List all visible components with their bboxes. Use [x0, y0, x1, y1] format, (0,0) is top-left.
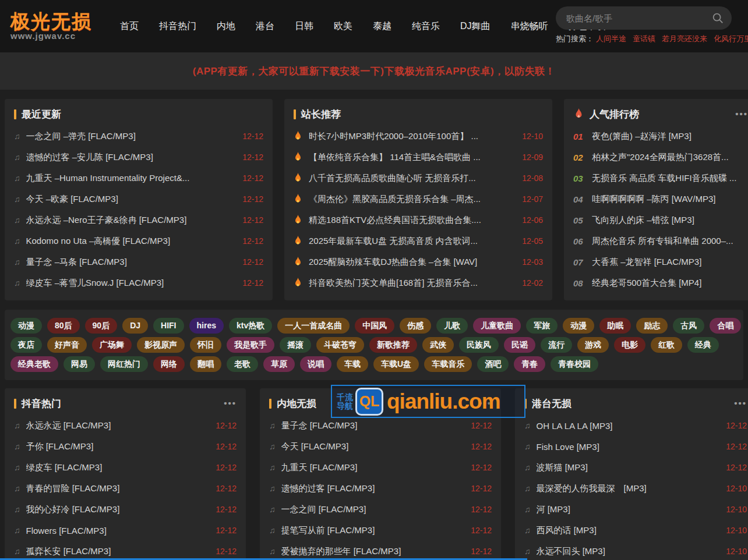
list-item[interactable]: ♫遗憾的过客 [FLAC/MP3]12-12 [269, 478, 492, 499]
tag-pill[interactable]: 民族风 [459, 337, 499, 353]
list-item[interactable]: ♫九重天 –Human Instrumentality Project&...1… [14, 168, 263, 189]
song-title[interactable]: 永远不回头 [MP3] [537, 546, 719, 557]
search-input[interactable] [556, 6, 732, 30]
list-item[interactable]: ♫绿皮车 –蒋雪儿Snow.J [FLAC/MP3]12-12 [14, 272, 263, 293]
song-title[interactable]: 爱被抛弃的那些年 [FLAC/MP3] [281, 546, 464, 557]
song-title[interactable]: 精选188首KTV必点经典国语无损歌曲合集.... [309, 215, 515, 226]
song-title[interactable]: 【单依纯音乐合集】 114首主唱&合唱歌曲 ... [309, 152, 515, 163]
song-title[interactable]: 一念之间 [FLAC/MP3] [281, 504, 464, 515]
site-logo[interactable]: 极光无损 www.jgwav.cc [10, 12, 92, 41]
list-item[interactable]: 05飞向别人的床 –错弦 [MP3] [573, 210, 748, 231]
nav-item[interactable]: DJ舞曲 [460, 20, 491, 33]
tag-pill[interactable]: 中国风 [355, 318, 394, 334]
list-item[interactable]: ♫永远永远 [FLAC/MP3]12-12 [14, 415, 237, 436]
song-title[interactable]: 永远永远 –Nero王子豪&徐冉 [FLAC/MP3] [26, 215, 236, 226]
tag-pill[interactable]: 摇滚 [280, 337, 311, 353]
list-item[interactable]: ♫一念之间 [FLAC/MP3]12-12 [269, 499, 492, 520]
song-title[interactable]: 量子念 [FLAC/MP3] [281, 420, 464, 431]
more-icon[interactable] [735, 111, 748, 117]
list-item[interactable]: ♫Kodomo no Uta –高橋優 [FLAC/MP3]12-12 [14, 231, 263, 251]
nav-item[interactable]: 首页 [120, 20, 139, 33]
song-title[interactable]: Fish Love [MP3] [537, 442, 719, 452]
song-title[interactable]: 西风的话 [MP3] [537, 525, 719, 536]
song-title[interactable]: 2025醒脑劲辣车载DJ热曲合集 –合集 [WAV] [309, 257, 515, 268]
nav-item[interactable]: 纯音乐 [412, 20, 440, 33]
tag-pill[interactable]: 新歌推荐 [369, 337, 417, 353]
song-title[interactable]: 无损音乐 高品质 车载HIFI音乐靓碟 ... [592, 173, 741, 184]
list-item[interactable]: ♫OH LA LA LA [MP3]12-12 [524, 415, 747, 436]
nav-item[interactable]: 内地 [217, 20, 235, 33]
tag-pill[interactable]: 翻唱 [190, 356, 221, 372]
more-icon[interactable] [734, 400, 747, 406]
song-title[interactable]: 孤弈长安 [FLAC/MP3] [26, 546, 209, 557]
song-title[interactable]: 遗憾的过客 [FLAC/MP3] [281, 483, 464, 494]
tag-pill[interactable]: 车载音乐 [424, 356, 472, 372]
tag-pill[interactable]: 游戏 [577, 337, 609, 353]
tag-pill[interactable]: 我是歌手 [227, 337, 274, 353]
list-item[interactable]: 03无损音乐 高品质 车载HIFI音乐靓碟 ... [573, 168, 748, 189]
song-title[interactable]: 今天 –欧豪 [FLAC/MP3] [26, 194, 236, 205]
list-item[interactable]: 04哇啊啊啊啊啊 –陈丙 [WAV/MP3] [573, 189, 748, 210]
list-item[interactable]: ♫爱被抛弃的那些年 [FLAC/MP3]12-12 [269, 541, 492, 560]
song-title[interactable]: 河 [MP3] [537, 504, 719, 515]
song-title[interactable]: 波斯猫 [MP3] [537, 462, 719, 473]
list-item[interactable]: ♫予你 [FLAC/MP3]12-12 [14, 436, 237, 457]
list-item[interactable]: 时长7小时MP3时代2000–2010年100首】 ...12-10 [294, 126, 543, 147]
tag-pill[interactable]: 动漫 [563, 318, 594, 334]
tag-pill[interactable]: 儿童歌曲 [473, 318, 521, 334]
list-item[interactable]: ♫最深爱的人伤我最深 [MP3]12-10 [524, 478, 747, 499]
tag-pill[interactable]: 斗破苍穹 [316, 337, 364, 353]
nav-item[interactable]: 串烧畅听 [511, 20, 548, 33]
list-item[interactable]: ♫Flowers [FLAC/MP3]12-12 [14, 520, 237, 541]
tag-pill[interactable]: 动漫 [10, 318, 42, 334]
list-item[interactable]: 2025年最新车载U盘 无损高音质 内含歌词...12-05 [294, 231, 543, 251]
nav-item[interactable]: 欧美 [334, 20, 352, 33]
nav-item[interactable]: 日韩 [295, 20, 313, 33]
song-title[interactable]: 夜色(箫曲) –赵海洋 [MP3] [592, 131, 741, 142]
song-title[interactable]: 遗憾的过客 –安儿陈 [FLAC/MP3] [26, 152, 236, 163]
nav-item[interactable]: 港台 [256, 20, 274, 33]
tag-pill[interactable]: ktv热歌 [229, 318, 272, 334]
tag-pill[interactable]: HIFI [153, 318, 184, 334]
tag-pill[interactable]: 青春校园 [551, 356, 598, 372]
tag-pill[interactable]: 网络 [153, 356, 185, 372]
list-item[interactable]: 08经典老哥500首大合集 [MP4] [573, 272, 748, 293]
tag-pill[interactable]: DJ [122, 318, 148, 334]
song-title[interactable]: 周杰伦音乐 所有专辑和单曲 2000–... [592, 236, 741, 247]
song-title[interactable]: Flowers [FLAC/MP3] [26, 526, 209, 536]
more-icon[interactable] [224, 400, 237, 406]
search-icon[interactable] [711, 12, 724, 24]
tag-pill[interactable]: 一人一首成名曲 [277, 318, 350, 334]
tag-pill[interactable]: 励志 [636, 318, 668, 334]
song-title[interactable]: 我的心好冷 [FLAC/MP3] [26, 504, 209, 515]
list-item[interactable]: 01夜色(箫曲) –赵海洋 [MP3] [573, 126, 748, 147]
list-item[interactable]: 06周杰伦音乐 所有专辑和单曲 2000–... [573, 231, 748, 251]
song-title[interactable]: 提笔写从前 [FLAC/MP3] [281, 525, 464, 536]
list-item[interactable]: 《周杰伦》黑胶高品质无损音乐合集 –周杰...12-07 [294, 189, 543, 210]
list-item[interactable]: ♫量子念 [FLAC/MP3]12-12 [269, 415, 492, 436]
list-item[interactable]: 07大香蕉 –龙智祥 [FLAC/MP3] [573, 251, 748, 272]
list-item[interactable]: ♫Fish Love [MP3]12-12 [524, 436, 747, 457]
list-item[interactable]: 八千首无损高品质歌曲随心听 无损音乐打...12-08 [294, 168, 543, 189]
nav-item[interactable]: 抖音热门 [159, 20, 196, 33]
list-item[interactable]: ♫九重天 [FLAC/MP3]12-12 [269, 457, 492, 478]
tag-pill[interactable]: 网红热门 [100, 356, 148, 372]
list-item[interactable]: ♫河 [MP3]12-10 [524, 499, 747, 520]
tag-pill[interactable]: 车载 [337, 356, 368, 372]
tag-pill[interactable]: 车载U盘 [373, 356, 419, 372]
list-item[interactable]: ♫提笔写从前 [FLAC/MP3]12-12 [269, 520, 492, 541]
song-title[interactable]: 抖音欧美热门英文单曲[168首] 无损音乐合... [309, 278, 515, 289]
song-title[interactable]: 九重天 –Human Instrumentality Project&... [26, 173, 236, 184]
list-item[interactable]: ♫今天 [FLAC/MP3]12-12 [269, 436, 492, 457]
list-item[interactable]: ♫绿皮车 [FLAC/MP3]12-12 [14, 457, 237, 478]
song-title[interactable]: 永远永远 [FLAC/MP3] [26, 420, 209, 431]
tag-pill[interactable]: 军旅 [526, 318, 558, 334]
song-title[interactable]: 九重天 [FLAC/MP3] [281, 462, 464, 473]
tag-pill[interactable]: 青春 [514, 356, 545, 372]
song-title[interactable]: 青春的冒险 [FLAC/MP3] [26, 483, 209, 494]
tag-pill[interactable]: 武侠 [422, 337, 454, 353]
song-title[interactable]: OH LA LA LA [MP3] [537, 421, 719, 431]
song-title[interactable]: 量子念 –马条 [FLAC/MP3] [26, 257, 236, 268]
tag-pill[interactable]: 助眠 [599, 318, 631, 334]
tag-pill[interactable]: 伤感 [400, 318, 431, 334]
